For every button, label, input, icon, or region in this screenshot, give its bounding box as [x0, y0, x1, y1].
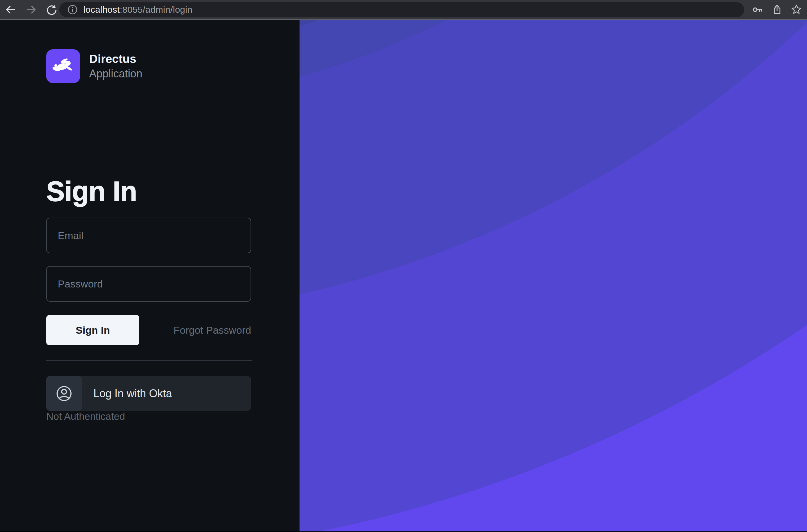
brand-subtitle: Application: [89, 67, 142, 80]
okta-login-button[interactable]: Log In with Okta: [46, 376, 251, 411]
login-page: Directus Application Sign In Sign In For…: [0, 20, 807, 531]
reload-button[interactable]: [46, 4, 57, 15]
forward-button[interactable]: [25, 4, 37, 15]
okta-icon-box: [46, 376, 82, 411]
back-button[interactable]: [5, 4, 16, 15]
brand: Directus Application: [46, 49, 251, 83]
url-bar[interactable]: localhost:8055/admin/login: [59, 2, 744, 17]
key-icon: [752, 4, 764, 16]
info-icon[interactable]: [67, 4, 78, 15]
url-host: localhost: [83, 4, 120, 15]
password-field[interactable]: [46, 266, 251, 302]
back-icon: [5, 4, 16, 15]
email-field[interactable]: [46, 217, 251, 253]
sign-in-button[interactable]: Sign In: [46, 315, 139, 345]
actions-row: Sign In Forgot Password: [46, 315, 251, 345]
share-button[interactable]: [771, 4, 783, 15]
art-panel: [300, 20, 807, 531]
divider: [46, 360, 252, 361]
bookmark-button[interactable]: [791, 4, 802, 15]
share-icon: [771, 4, 783, 16]
browser-chrome: localhost:8055/admin/login: [0, 0, 807, 20]
reload-icon: [46, 4, 57, 15]
okta-login-label: Log In with Okta: [93, 387, 172, 400]
brand-title: Directus: [89, 52, 142, 66]
login-panel: Directus Application Sign In Sign In For…: [0, 20, 300, 531]
directus-logo: [46, 49, 80, 83]
status-text: Not Authenticated: [46, 411, 251, 422]
url-path: :8055/admin/login: [120, 4, 192, 15]
url-text: localhost:8055/admin/login: [83, 4, 192, 15]
user-circle-icon: [55, 385, 73, 402]
forward-icon: [25, 4, 37, 15]
star-icon: [791, 4, 802, 16]
page-title: Sign In: [46, 176, 251, 207]
rabbit-icon: [51, 54, 76, 79]
password-manager-button[interactable]: [752, 4, 764, 15]
forgot-password-link[interactable]: Forgot Password: [173, 324, 251, 336]
